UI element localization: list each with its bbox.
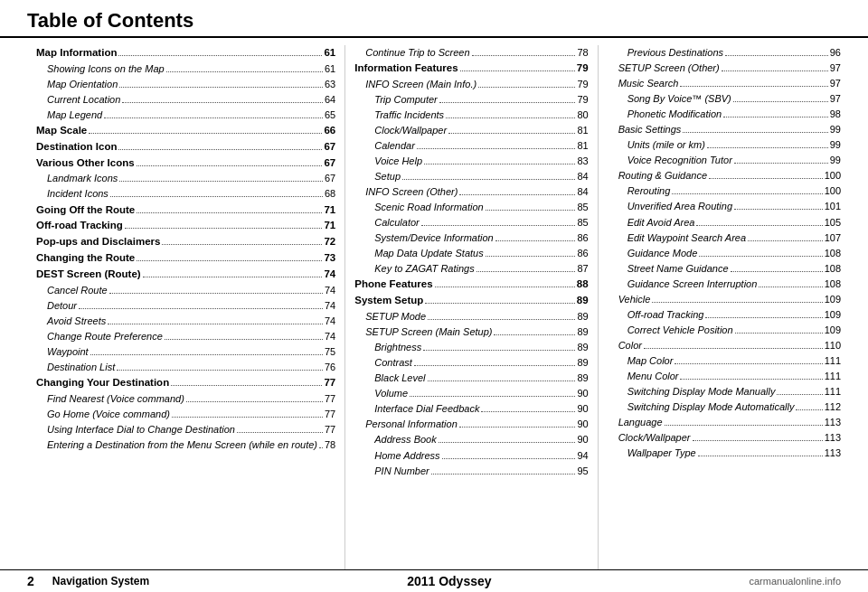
entry-page-number: 83 xyxy=(577,154,588,169)
entry-text: Setup xyxy=(374,169,401,184)
list-item: Edit Avoid Area105 xyxy=(608,215,841,230)
entry-text: Language xyxy=(618,415,663,430)
entry-dots xyxy=(428,319,575,320)
list-item: Switching Display Mode Automatically112 xyxy=(608,399,841,415)
entry-dots xyxy=(495,240,576,241)
entry-dots xyxy=(428,381,576,381)
toc-col3: Previous Destinations96SETUP Screen (Oth… xyxy=(599,45,850,569)
entry-dots xyxy=(421,225,576,226)
entry-text: Detour xyxy=(47,298,77,314)
entry-page-number: 89 xyxy=(577,371,588,386)
entry-dots xyxy=(137,165,323,166)
entry-page-number: 99 xyxy=(830,137,841,153)
entry-text: Street Name Guidance xyxy=(627,261,729,277)
list-item: Song By Voice™ (SBV)97 xyxy=(608,91,841,107)
list-item: Street Name Guidance108 xyxy=(608,261,841,277)
entry-page-number: 74 xyxy=(324,267,335,283)
list-item: Map Color111 xyxy=(608,353,841,369)
footer-center-text: 2011 Odyssey xyxy=(407,574,491,588)
entry-dots xyxy=(476,271,576,272)
list-item: Color110 xyxy=(608,338,841,353)
entry-dots xyxy=(424,164,575,164)
entry-page-number: 89 xyxy=(577,324,588,340)
list-item: Clock/Wallpaper81 xyxy=(354,123,588,138)
entry-page-number: 71 xyxy=(324,218,335,234)
entry-page-number: 105 xyxy=(825,215,841,230)
entry-text: Cancel Route xyxy=(47,283,108,298)
entry-dots xyxy=(699,256,822,257)
entry-text: SETUP Mode xyxy=(365,309,426,324)
entry-text: Key to ZAGAT Ratings xyxy=(374,261,474,277)
list-item: Interface Dial Feedback90 xyxy=(354,401,588,417)
entry-dots xyxy=(417,148,575,149)
entry-dots xyxy=(698,456,823,456)
entry-text: Landmark Icons xyxy=(47,171,118,186)
entry-dots xyxy=(696,225,822,226)
list-item: Map Legend65 xyxy=(36,108,335,123)
list-item: Units (mile or km)99 xyxy=(608,137,841,153)
list-item: Phonetic Modification98 xyxy=(608,107,841,122)
entry-page-number: 100 xyxy=(825,168,841,183)
entry-dots xyxy=(137,212,322,213)
entry-text: Map Data Update Status xyxy=(374,246,483,261)
entry-text: Waypoint xyxy=(47,344,89,360)
entry-text: Personal Information xyxy=(365,417,458,432)
list-item: Personal Information90 xyxy=(354,417,588,432)
list-item: System/Device Information86 xyxy=(354,230,588,246)
entry-dots xyxy=(442,458,576,459)
entry-page-number: 109 xyxy=(825,292,841,307)
entry-page-number: 108 xyxy=(825,277,841,292)
entry-text: Information Features xyxy=(354,61,458,77)
entry-page-number: 111 xyxy=(825,369,841,384)
entry-page-number: 74 xyxy=(325,314,335,329)
entry-page-number: 89 xyxy=(577,293,589,309)
entry-text: Guidance Screen Interruption xyxy=(627,277,758,292)
list-item: Off-road Tracking71 xyxy=(36,218,335,234)
entry-text: Switching Display Mode Automatically xyxy=(627,399,795,415)
entry-page-number: 90 xyxy=(577,432,588,447)
list-item: Clock/Wallpaper113 xyxy=(608,430,841,446)
entry-page-number: 113 xyxy=(825,446,841,461)
list-item: System Setup89 xyxy=(354,293,588,309)
list-item: Avoid Streets74 xyxy=(36,314,335,329)
entry-page-number: 108 xyxy=(825,261,841,277)
list-item: Key to ZAGAT Ratings87 xyxy=(354,261,588,277)
list-item: Music Search97 xyxy=(608,76,841,91)
entry-dots xyxy=(119,87,323,88)
page: Table of Contents Map Information61Showi… xyxy=(0,0,868,592)
entry-page-number: 74 xyxy=(325,298,335,314)
entry-dots xyxy=(118,55,322,56)
list-item: Using Interface Dial to Change Destinati… xyxy=(36,422,335,437)
entry-dots xyxy=(486,256,576,257)
list-item: Basic Settings99 xyxy=(608,122,841,137)
entry-dots xyxy=(486,210,576,211)
entry-page-number: 77 xyxy=(325,391,335,407)
list-item: Trip Computer79 xyxy=(354,92,588,108)
list-item: Phone Features88 xyxy=(354,277,588,293)
entry-page-number: 94 xyxy=(577,448,588,464)
entry-page-number: 77 xyxy=(325,407,335,422)
entry-dots xyxy=(104,117,323,118)
entry-page-number: 98 xyxy=(830,107,841,122)
list-item: Menu Color111 xyxy=(608,369,841,384)
entry-dots xyxy=(734,209,823,210)
entry-page-number: 74 xyxy=(325,329,335,344)
entry-page-number: 67 xyxy=(324,155,335,172)
entry-dots xyxy=(122,102,323,103)
entry-dots xyxy=(89,133,322,134)
entry-page-number: 64 xyxy=(325,92,335,108)
entry-page-number: 78 xyxy=(577,45,588,61)
list-item: Showing Icons on the Map61 xyxy=(36,61,335,77)
entry-page-number: 90 xyxy=(577,386,588,401)
list-item: Calendar81 xyxy=(354,138,588,154)
footer-left: 2 Navigation System xyxy=(27,574,149,588)
list-item: Guidance Screen Interruption108 xyxy=(608,277,841,292)
entry-text: Correct Vehicle Position xyxy=(627,323,733,338)
list-item: Change Route Preference74 xyxy=(36,329,335,344)
list-item: Rerouting100 xyxy=(608,183,841,199)
entry-page-number: 84 xyxy=(577,169,588,184)
list-item: Contrast89 xyxy=(354,355,588,371)
list-item: Going Off the Route71 xyxy=(36,202,335,219)
entry-text: Pop-ups and Disclaimers xyxy=(36,234,160,250)
entry-dots xyxy=(459,194,575,195)
